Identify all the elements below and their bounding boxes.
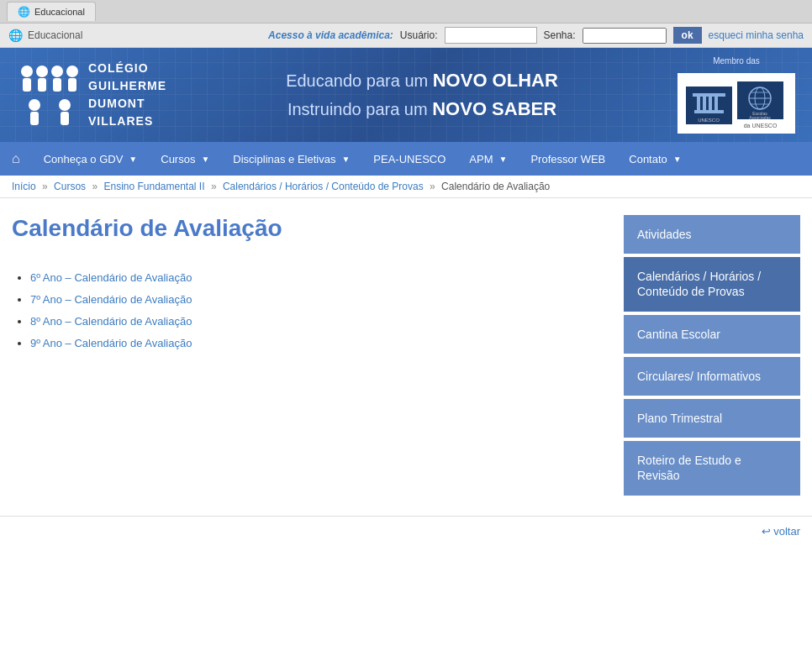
sidebar-label-plano: Plano Trimestral — [637, 412, 722, 425]
sidebar-item-circulares[interactable]: Circulares/ Informativos — [624, 357, 800, 396]
svg-rect-5 — [53, 78, 61, 92]
header-banner: COLÉGIO GUILHERME DUMONT VILLARES Educan… — [0, 48, 812, 142]
sidebar-label-cantina: Cantina Escolar — [637, 328, 720, 341]
nav-disciplinas-arrow: ▼ — [341, 155, 350, 164]
tagline2-bold: NOVO SABER — [432, 98, 556, 119]
browser-tab[interactable]: 🌐 Educacional — [7, 2, 96, 21]
links-list: 6º Ano – Calendário de Avaliação 7º Ano … — [12, 267, 598, 354]
unesco-box: UNESCO Escolas Associadas — [678, 73, 795, 134]
tagline1-bold: NOVO OLHAR — [433, 70, 558, 91]
svg-point-4 — [51, 66, 63, 77]
breadcrumb-ensino[interactable]: Ensino Fundamental II — [103, 181, 204, 192]
nav-contato-arrow: ▼ — [673, 155, 682, 164]
breadcrumb-sep3: » — [211, 181, 217, 192]
sidebar-item-plano[interactable]: Plano Trimestral — [624, 399, 800, 438]
usuario-input[interactable] — [445, 27, 537, 44]
sidebar-label-calendarios: Calendários / Horários / Conteúdo de Pro… — [637, 270, 761, 298]
nav-disciplinas-label: Disciplinas e Eletivas — [233, 153, 335, 165]
membro-label: Membro das — [713, 56, 760, 66]
nav-cursos-label: Cursos — [161, 153, 195, 165]
logo-text: COLÉGIO GUILHERME DUMONT VILLARES — [88, 60, 166, 130]
sidebar-label-circulares: Circulares/ Informativos — [637, 370, 761, 383]
svg-rect-11 — [61, 112, 69, 125]
link-6ano[interactable]: 6º Ano – Calendário de Avaliação — [30, 271, 192, 284]
logo-line2: GUILHERME — [88, 77, 166, 95]
logo-line4: VILLARES — [88, 113, 166, 130]
svg-point-0 — [21, 66, 33, 77]
ok-button[interactable]: ok — [673, 27, 702, 44]
content-wrapper: Calendário de Avaliação 6º Ano – Calendá… — [0, 198, 812, 516]
link-7ano[interactable]: 7º Ano – Calendário de Avaliação — [30, 293, 192, 306]
svg-rect-16 — [709, 97, 712, 110]
svg-rect-7 — [68, 78, 76, 92]
sidebar-label-roteiro: Roteiro de Estudo e Revisão — [637, 454, 741, 482]
nav-contato-label: Contato — [629, 153, 667, 165]
voltar-button[interactable]: ↩ voltar — [762, 525, 800, 538]
svg-rect-17 — [714, 97, 718, 110]
svg-text:Associadas: Associadas — [749, 115, 771, 119]
top-bar: 🌐 Educacional Acesso à vida acadêmica: U… — [0, 24, 812, 48]
svg-point-6 — [66, 66, 78, 77]
sidebar-item-atividades[interactable]: Atividades — [624, 215, 800, 254]
usuario-label: Usuário: — [400, 29, 438, 41]
nav-cursos[interactable]: Cursos ▼ — [149, 142, 221, 176]
voltar-label: voltar — [773, 525, 800, 538]
unesco-svg: UNESCO — [686, 87, 732, 124]
list-item: 8º Ano – Calendário de Avaliação — [30, 311, 598, 333]
breadcrumb-sep4: » — [430, 181, 435, 192]
nav-contato[interactable]: Contato ▼ — [617, 142, 693, 176]
nav-disciplinas[interactable]: Disciplinas e Eletivas ▼ — [221, 142, 361, 176]
esqueci-link[interactable]: esqueci minha senha — [709, 29, 804, 41]
nav-apm[interactable]: APM ▼ — [457, 142, 519, 176]
tab-icon: 🌐 — [18, 6, 30, 18]
svg-rect-9 — [30, 112, 39, 125]
acesso-label: Acesso à vida acadêmica: — [268, 29, 393, 41]
breadcrumb-current: Calendário de Avaliação — [441, 181, 550, 192]
sidebar-item-calendarios[interactable]: Calendários / Horários / Conteúdo de Pro… — [624, 257, 800, 311]
svg-rect-13 — [694, 110, 724, 113]
browser-topbar: 🌐 Educacional — [0, 0, 812, 24]
page-title: Calendário de Avaliação — [12, 215, 598, 242]
svg-point-10 — [59, 99, 71, 111]
nav-conheca[interactable]: Conheça o GDV ▼ — [32, 142, 150, 176]
sidebar-item-cantina[interactable]: Cantina Escolar — [624, 315, 800, 354]
tagline-line1: Educando para um NOVO OLHAR — [166, 70, 678, 92]
footer-bar: ↩ voltar — [0, 516, 812, 546]
sidebar-item-roteiro[interactable]: Roteiro de Estudo e Revisão — [624, 441, 800, 495]
sidebar-label-atividades: Atividades — [637, 228, 692, 241]
nav-professor[interactable]: Professor WEB — [519, 142, 617, 176]
tagline2-text: Instruindo para um — [287, 100, 432, 118]
site-icon: 🌐 — [8, 29, 23, 42]
link-8ano[interactable]: 8º Ano – Calendário de Avaliação — [30, 315, 192, 328]
main-content: Calendário de Avaliação 6º Ano – Calendá… — [12, 215, 624, 499]
nav-pea[interactable]: PEA-UNESCO — [361, 142, 457, 176]
nav-apm-arrow: ▼ — [499, 155, 508, 164]
svg-rect-18 — [693, 93, 725, 97]
header-tagline: Educando para um NOVO OLHAR Instruindo p… — [166, 70, 678, 120]
svg-rect-14 — [697, 97, 700, 110]
senha-input[interactable] — [583, 28, 667, 44]
svg-point-2 — [36, 66, 48, 77]
escolas-label: da UNESCO — [737, 123, 783, 129]
nav-professor-label: Professor WEB — [530, 153, 605, 165]
logo-line3: DUMONT — [88, 95, 166, 113]
tagline-line2: Instruindo para um NOVO SABER — [166, 98, 678, 120]
link-9ano[interactable]: 9º Ano – Calendário de Avaliação — [30, 337, 192, 349]
breadcrumb-sep1: » — [42, 181, 48, 192]
svg-rect-15 — [703, 97, 706, 110]
svg-point-8 — [29, 99, 40, 111]
breadcrumb-inicio[interactable]: Início — [12, 181, 36, 192]
breadcrumb-sep2: » — [92, 181, 98, 192]
tagline1-text: Educando para um — [286, 71, 433, 90]
breadcrumb-calendarios[interactable]: Calendários / Horários / Conteúdo de Pro… — [223, 181, 424, 192]
unesco-logo: UNESCO — [686, 87, 732, 124]
breadcrumb: Início » Cursos » Ensino Fundamental II … — [0, 176, 812, 198]
header-right: Membro das UNESCO — [678, 56, 795, 134]
list-item: 6º Ano – Calendário de Avaliação — [30, 267, 598, 289]
voltar-icon: ↩ — [762, 525, 771, 538]
svg-rect-3 — [38, 78, 46, 92]
breadcrumb-cursos[interactable]: Cursos — [54, 181, 86, 192]
tab-label: Educacional — [34, 7, 85, 17]
nav-home[interactable]: ⌂ — [0, 142, 32, 176]
logo-svg — [17, 61, 80, 129]
